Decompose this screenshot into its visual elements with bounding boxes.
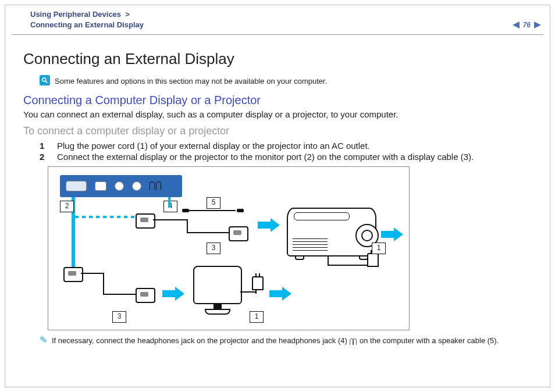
port-icon <box>115 181 124 191</box>
cable-segment <box>81 273 104 274</box>
vga-connector-icon <box>229 226 248 241</box>
callout-5: 5 <box>207 197 220 209</box>
monitor-icon <box>193 266 243 317</box>
port-icon <box>95 181 106 191</box>
cable-segment <box>72 215 75 267</box>
callout-1: 1 <box>250 311 264 323</box>
arrow-right-icon <box>162 287 184 301</box>
cable-segment <box>103 273 104 294</box>
vga-connector-icon <box>63 267 83 282</box>
cable-segment <box>187 232 229 233</box>
cable-segment <box>328 265 368 266</box>
audio-plug-icon <box>182 209 189 212</box>
callout-1: 1 <box>372 243 386 254</box>
arrow-right-icon <box>269 287 291 301</box>
connection-diagram: 2 4 5 3 <box>48 166 410 330</box>
cable-segment <box>103 294 136 295</box>
power-plug-icon <box>367 253 379 267</box>
arrow-right-icon <box>258 218 280 232</box>
cable-dotted <box>75 216 139 218</box>
callout-3: 3 <box>112 311 126 323</box>
cable-segment <box>328 255 329 265</box>
computer-port-strip <box>60 175 182 197</box>
cable-segment <box>168 197 170 208</box>
cable-segment <box>153 219 188 220</box>
vga-connector-icon <box>136 288 155 303</box>
callout-2: 2 <box>60 201 74 212</box>
vga-connector-icon <box>136 213 155 229</box>
cable-segment <box>189 210 236 211</box>
audio-plug-icon <box>237 209 244 212</box>
headphones-icon <box>150 181 161 191</box>
vga-port-icon <box>66 181 87 191</box>
audio-jack-icon <box>132 181 141 191</box>
headphones-icon <box>349 338 357 345</box>
arrow-right-icon <box>381 227 403 241</box>
cable-segment <box>240 291 255 293</box>
callout-3: 3 <box>207 243 220 254</box>
projector-icon <box>287 208 376 256</box>
callout-4: 4 <box>163 201 177 212</box>
power-plug-icon <box>252 276 264 290</box>
cable-segment <box>187 219 188 232</box>
